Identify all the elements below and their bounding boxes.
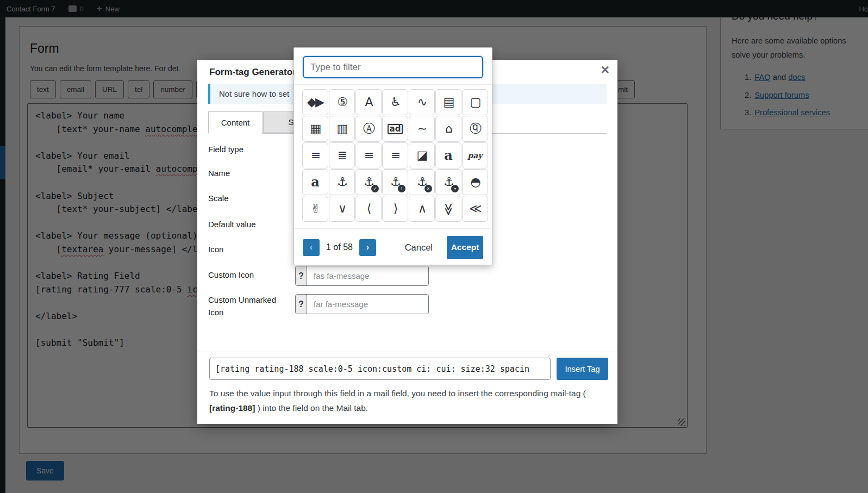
icon-glyph: ♿ [390,96,400,108]
icon-glyph: pay [468,152,483,159]
mailtag-code: [rating-188] [209,403,255,413]
fa-anchor-circle-xmark-icon[interactable]: ⚓× [409,169,435,195]
fa-align-left-icon[interactable]: ≡ [355,142,382,169]
icon-glyph: ⟩ [394,203,397,215]
fa-500px-icon[interactable]: ⑤ [329,89,355,115]
icon-glyph: ad [388,124,403,134]
fa-angles-left-icon[interactable]: ≪ [462,196,488,222]
icon-glyph: ≣ [338,149,346,161]
label-custom-icon: Custom Icon [208,269,279,281]
fa-align-right-icon[interactable]: ≡ [382,142,408,169]
icon-glyph: ∼ [417,123,426,135]
fa-anchor-icon[interactable]: ⚓ [329,169,355,195]
fa-angles-down-icon[interactable]: ≫ [435,196,461,222]
fa-angle-up-icon[interactable]: ∧ [409,196,435,222]
close-icon[interactable]: ✕ [600,64,610,76]
fa-amazon-pay-icon[interactable]: pay [462,142,488,169]
icon-glyph: ∿ [417,96,426,108]
generated-tag-input[interactable] [209,358,551,380]
icon-glyph: ✌ [311,203,320,215]
cancel-button[interactable]: Cancel [405,242,433,253]
icon-badge: × [424,185,432,192]
icon-glyph: ≡ [364,149,373,161]
label-default-value: Default value [208,218,279,230]
fa-anchor-circle-exclamation-icon[interactable]: ⚓! [382,169,408,195]
icon-glyph: ⚓ [337,176,347,188]
fa-amilia-icon[interactable]: a [302,169,328,195]
fa-address-book-regular-icon[interactable]: ▢ [462,89,488,115]
label-name: Name [208,167,279,179]
popup-divider-top [294,84,492,85]
fa-a-icon[interactable]: A [355,89,382,115]
screenshot-root: Contact Form 7 0 + New Ho Form You can e… [0,0,868,493]
icon-glyph: a [444,149,453,162]
fa-address-card-regular-icon[interactable]: ▥ [329,116,355,142]
icon-glyph: ◓ [470,176,479,188]
custom-icon-input[interactable] [307,266,428,285]
page-indicator: 1 of 58 [326,242,353,252]
icon-glyph: a [311,176,320,189]
fa-angle-left-icon[interactable]: ⟨ [355,196,382,222]
icon-glyph: ∨ [338,203,346,215]
icon-glyph: ⓠ [470,123,480,135]
icon-glyph: ▥ [337,123,347,135]
icon-glyph: Ⓐ [363,123,374,135]
icon-glyph: ∧ [418,203,426,215]
fa-address-card-solid-icon[interactable]: ▦ [302,116,328,142]
next-page-button[interactable]: › [359,239,376,256]
icon-glyph: A [365,96,372,108]
mailtag-post: ) into the field on the Mail tab. [255,403,368,413]
fa-42-group-icon[interactable]: ◆▶ [302,89,328,115]
tab-content[interactable]: Content [208,111,263,134]
fa-amazon-icon[interactable]: a [435,142,461,169]
fa-adversal-icon[interactable]: ∼ [409,116,435,142]
icon-glyph: ≡ [311,149,320,161]
fa-align-center-icon[interactable]: ≡ [302,142,328,169]
mailtag-pre: To use the value input through this fiel… [209,389,586,398]
fa-angellist-icon[interactable]: ✌ [302,196,328,222]
icon-glyph: ▤ [444,96,454,108]
fa-adn-icon[interactable]: Ⓐ [355,116,382,142]
icon-glyph: ≡ [391,149,399,161]
fa-address-book-solid-icon[interactable]: ▤ [435,89,461,115]
fa-align-justify-icon[interactable]: ≣ [329,142,355,169]
icon-filter-input[interactable] [303,56,483,78]
label-icon: Icon [208,243,279,255]
icon-badge: ▪ [451,185,459,192]
fa-airbnb-icon[interactable]: ⌂ [435,116,461,142]
icon-badge: ✓ [371,185,379,192]
icon-picker-popup: ◆▶⑤A♿∿▤▢▦▥Ⓐad∼⌂ⓠ≡≣≡≡◪apaya⚓⚓✓⚓!⚓×⚓▪◓✌∨⟨⟩… [294,47,492,265]
icon-glyph: ≫ [442,203,454,214]
icon-glyph: ▢ [470,96,480,108]
fa-accessible-icon[interactable]: ♿ [382,89,408,115]
accept-button[interactable]: Accept [447,236,483,259]
fa-alipay-icon[interactable]: ◪ [409,142,435,169]
fa-angle-right-icon[interactable]: ⟩ [382,196,408,222]
custom-icon-help-button[interactable]: ? [296,266,307,285]
mailtag-help-text: To use the value input through this fiel… [209,386,607,415]
label-scale: Scale [208,192,279,204]
insert-tag-button[interactable]: Insert Tag [557,358,608,380]
fa-algolia-icon[interactable]: ⓠ [462,116,488,142]
modal-footer-divider [197,352,617,352]
icon-glyph: ≪ [469,203,480,215]
icon-picker-footer: ‹ 1 of 58 › Cancel Accept [303,232,483,263]
icon-badge: ! [398,185,405,192]
fa-anchor-lock-icon[interactable]: ⚓▪ [435,169,461,195]
prev-page-button[interactable]: ‹ [303,239,320,256]
fa-accusoft-icon[interactable]: ∿ [409,89,435,115]
icon-glyph: ▦ [310,123,321,135]
fa-anchor-circle-check-icon[interactable]: ⚓✓ [355,169,382,195]
label-custom-unmarked-icon: Custom Unmarked Icon [208,294,279,319]
fa-rectangle-ad-icon[interactable]: ad [382,116,408,142]
custom-unmarked-icon-help-button[interactable]: ? [296,295,307,314]
fa-angle-down-icon[interactable]: ∨ [329,196,355,222]
icon-glyph: ⟨ [367,203,371,215]
custom-icon-field: ? [295,266,429,286]
custom-unmarked-icon-input[interactable] [307,295,428,314]
label-field-type: Field type [208,143,279,155]
custom-unmarked-icon-field: ? [295,294,429,314]
fa-android-icon[interactable]: ◓ [462,169,488,195]
icon-glyph: ◪ [417,149,427,161]
icon-grid: ◆▶⑤A♿∿▤▢▦▥Ⓐad∼⌂ⓠ≡≣≡≡◪apaya⚓⚓✓⚓!⚓×⚓▪◓✌∨⟨⟩… [302,89,488,222]
